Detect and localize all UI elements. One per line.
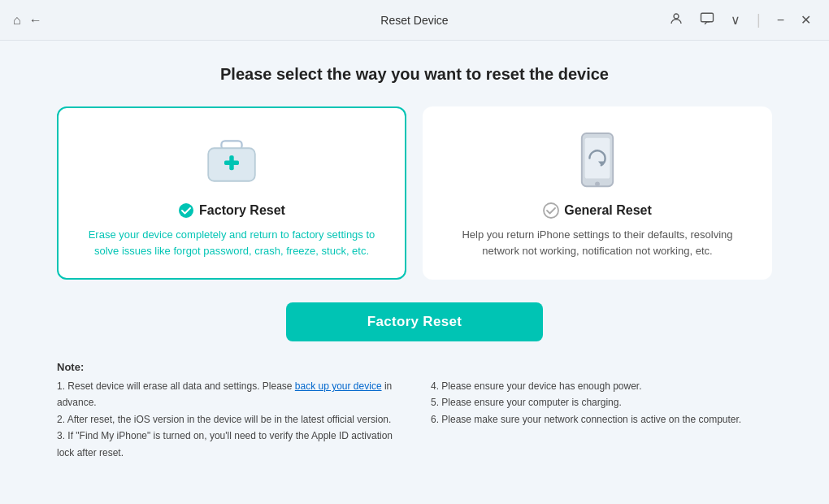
note-item-6: 6. Please make sure your network connect… bbox=[431, 411, 772, 428]
chat-icon[interactable] bbox=[695, 10, 719, 31]
general-reset-icon-wrap bbox=[565, 133, 630, 189]
factory-reset-card[interactable]: Factory Reset Erase your device complete… bbox=[57, 106, 406, 280]
general-card-desc: Help you return iPhone settings to their… bbox=[444, 227, 751, 259]
backup-link[interactable]: back up your device bbox=[295, 380, 382, 392]
factory-check-icon bbox=[178, 202, 194, 219]
page-title: Please select the way you want to reset … bbox=[220, 65, 609, 84]
dropdown-icon[interactable]: ∨ bbox=[726, 11, 745, 29]
minimize-icon[interactable]: − bbox=[772, 11, 789, 29]
note-item-5: 5. Please ensure your computer is chargi… bbox=[431, 394, 772, 411]
close-icon[interactable]: ✕ bbox=[796, 11, 816, 29]
notes-left-col: 1. Reset device will erase all data and … bbox=[57, 378, 398, 461]
medkit-icon bbox=[202, 137, 261, 185]
factory-card-title-row: Factory Reset bbox=[178, 202, 285, 219]
factory-reset-button[interactable]: Factory Reset bbox=[286, 302, 543, 341]
svg-point-9 bbox=[595, 181, 600, 186]
general-card-title: General Reset bbox=[564, 203, 652, 218]
notes-section: Note: 1. Reset device will erase all dat… bbox=[57, 361, 772, 461]
titlebar-controls: ∨ | − ✕ bbox=[664, 10, 816, 31]
back-icon[interactable]: ← bbox=[29, 13, 42, 28]
titlebar-title: Reset Device bbox=[380, 14, 448, 27]
factory-card-desc: Erase your device completely and return … bbox=[78, 227, 385, 259]
notes-label: Note: bbox=[57, 361, 772, 373]
main-content: Please select the way you want to reset … bbox=[0, 41, 829, 504]
notes-columns: 1. Reset device will erase all data and … bbox=[57, 378, 772, 461]
home-icon[interactable]: ⌂ bbox=[13, 13, 21, 28]
factory-reset-icon-wrap bbox=[199, 133, 264, 189]
note-item-3: 3. If "Find My iPhone" is turned on, you… bbox=[57, 428, 398, 461]
phone-icon bbox=[577, 132, 618, 190]
separator: | bbox=[752, 10, 766, 30]
note-item-1: 1. Reset device will erase all data and … bbox=[57, 378, 398, 411]
note-item-4: 4. Please ensure your device has enough … bbox=[431, 378, 772, 394]
titlebar: ⌂ ← Reset Device ∨ | − ✕ bbox=[0, 0, 829, 41]
general-reset-card[interactable]: General Reset Help you return iPhone set… bbox=[423, 106, 772, 280]
factory-card-title: Factory Reset bbox=[199, 203, 285, 218]
svg-point-0 bbox=[674, 14, 679, 19]
titlebar-left: ⌂ ← bbox=[13, 13, 42, 28]
account-icon[interactable] bbox=[664, 10, 688, 31]
svg-point-6 bbox=[179, 203, 193, 218]
note-item-2: 2. After reset, the iOS version in the d… bbox=[57, 411, 398, 428]
general-card-title-row: General Reset bbox=[543, 202, 652, 219]
svg-rect-1 bbox=[701, 13, 713, 22]
svg-point-11 bbox=[544, 203, 558, 218]
svg-rect-5 bbox=[229, 155, 233, 170]
cards-row: Factory Reset Erase your device complete… bbox=[57, 106, 772, 280]
general-check-icon bbox=[543, 202, 559, 219]
notes-right-col: 4. Please ensure your device has enough … bbox=[431, 378, 772, 461]
